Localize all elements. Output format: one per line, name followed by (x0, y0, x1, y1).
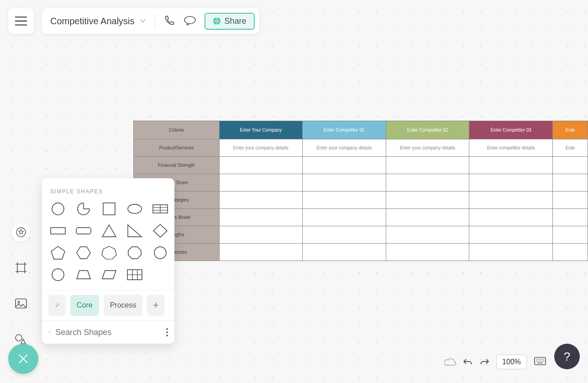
close-panel-button[interactable] (8, 344, 38, 374)
shape-right-triangle[interactable] (127, 224, 142, 238)
cell[interactable] (469, 209, 553, 226)
cell[interactable]: Ente (553, 139, 588, 157)
shape-decagon[interactable] (50, 268, 66, 282)
shape-rectangle[interactable] (50, 224, 66, 238)
favorites-button[interactable] (12, 223, 30, 241)
divider (155, 14, 155, 28)
cell[interactable] (219, 244, 302, 261)
image-icon (15, 298, 27, 309)
redo-button[interactable] (480, 358, 489, 366)
shape-rounded-rect[interactable] (76, 224, 91, 238)
svg-point-15 (48, 331, 50, 333)
cell[interactable] (386, 226, 469, 244)
cell[interactable] (469, 192, 553, 209)
shape-diamond[interactable] (152, 224, 168, 238)
cell[interactable]: Enter competitor details (469, 139, 553, 157)
shape-octagon[interactable] (127, 246, 142, 260)
header-comp1[interactable]: Enter Competitor 01 (302, 121, 386, 139)
hamburger-button[interactable] (8, 8, 34, 34)
share-label: Share (225, 16, 247, 26)
cell[interactable] (219, 157, 302, 174)
header-comp3[interactable]: Enter Competitor 03 (469, 121, 553, 139)
cell[interactable] (302, 226, 386, 244)
more-vertical-icon (166, 328, 168, 336)
shape-triangle[interactable] (101, 224, 117, 238)
cell[interactable]: Enter your company details (386, 139, 469, 157)
share-button[interactable]: Share (205, 13, 255, 30)
svg-rect-11 (76, 228, 91, 234)
cell[interactable] (553, 226, 588, 244)
cell[interactable] (302, 244, 386, 261)
shape-pentagon[interactable] (50, 246, 66, 260)
undo-button[interactable] (463, 358, 472, 366)
cell[interactable] (219, 174, 302, 192)
shape-square[interactable] (101, 202, 117, 216)
table-row: knesses (134, 244, 588, 261)
cell[interactable] (386, 244, 469, 261)
cell[interactable] (553, 157, 588, 174)
cell[interactable] (386, 209, 469, 226)
cell[interactable]: Enter your company details (219, 139, 302, 157)
image-button[interactable] (12, 294, 30, 313)
shape-trapezoid[interactable] (76, 268, 91, 282)
cell[interactable] (219, 226, 302, 244)
cell[interactable] (219, 209, 302, 226)
cell[interactable] (469, 174, 553, 192)
call-button[interactable] (160, 12, 178, 30)
cell[interactable] (386, 192, 469, 209)
shape-heptagon[interactable] (101, 246, 117, 260)
cell[interactable] (469, 157, 553, 174)
cell[interactable] (302, 209, 386, 226)
row-label[interactable]: Product/Services (134, 139, 220, 157)
document-title[interactable]: Competitive Analysis (50, 16, 135, 27)
cell[interactable] (553, 174, 588, 192)
frame-button[interactable] (12, 259, 30, 277)
shape-arc[interactable] (76, 202, 91, 216)
shape-ellipse[interactable] (127, 202, 142, 216)
cell[interactable] (553, 244, 588, 261)
header-criteria[interactable]: Criteria (134, 121, 220, 139)
add-tab-button[interactable]: + (147, 295, 164, 316)
cell[interactable] (386, 174, 469, 192)
shapes-more-button[interactable] (166, 328, 168, 336)
search-icon (48, 327, 51, 337)
cell[interactable]: Enter your company details (302, 139, 386, 157)
row-label[interactable]: Financial Strength (134, 157, 220, 174)
core-tab[interactable]: Core (70, 295, 99, 316)
shape-grid[interactable] (127, 268, 142, 282)
title-dropdown-caret[interactable] (137, 19, 148, 23)
cell[interactable] (553, 209, 588, 226)
cell[interactable] (553, 192, 588, 209)
chat-icon (184, 16, 196, 26)
cell[interactable] (386, 157, 469, 174)
cell[interactable] (469, 244, 553, 261)
cell[interactable] (302, 174, 386, 192)
cell[interactable] (302, 192, 386, 209)
cloud-icon (444, 358, 456, 366)
header-comp4[interactable]: Ente (553, 121, 588, 139)
shape-table[interactable] (152, 202, 168, 216)
shapes-search-input[interactable] (55, 328, 161, 337)
keyboard-button[interactable] (534, 357, 546, 367)
plus-icon: + (153, 299, 159, 311)
header-company[interactable]: Enter Your Company (219, 121, 302, 139)
shape-parallelogram[interactable] (101, 268, 117, 282)
svg-rect-10 (51, 228, 65, 234)
zoom-level[interactable]: 100% (496, 355, 527, 369)
cell[interactable] (469, 226, 553, 244)
help-button[interactable]: ? (554, 344, 580, 369)
shape-nonagon[interactable] (152, 246, 168, 260)
shape-hexagon[interactable] (76, 246, 91, 260)
pin-tab[interactable] (48, 295, 66, 316)
table-row: Financial Strength (134, 157, 588, 174)
table-row: Product/Services Enter your company deta… (134, 139, 588, 157)
star-circle-icon (16, 227, 26, 238)
sync-status[interactable] (444, 358, 456, 366)
process-tab[interactable]: Process (104, 295, 143, 316)
competitive-analysis-table[interactable]: Criteria Enter Your Company Enter Compet… (133, 121, 588, 261)
shape-circle[interactable] (50, 202, 66, 216)
cell[interactable] (219, 192, 302, 209)
header-comp2[interactable]: Enter Competitor 02 (386, 121, 469, 139)
chat-button[interactable] (181, 12, 199, 30)
cell[interactable] (302, 157, 386, 174)
